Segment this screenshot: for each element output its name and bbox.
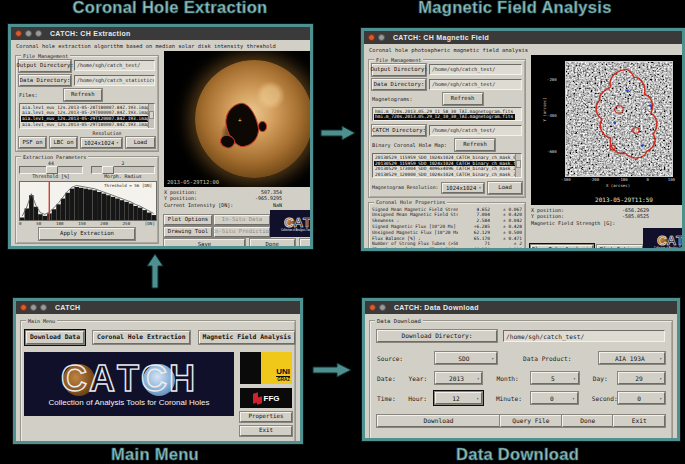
load-button[interactable]: Load bbox=[488, 182, 522, 194]
data-product-dropdown[interactable]: AIA 193A▾ bbox=[599, 352, 665, 364]
magnetic-field-analysis-button[interactable]: Magnetic Field Analysis bbox=[199, 331, 296, 344]
resolution-dropdown[interactable]: 1024x1024▾ bbox=[442, 183, 484, 193]
refresh-button[interactable]: Refresh bbox=[443, 93, 483, 105]
minimize-button-icon[interactable] bbox=[25, 30, 32, 37]
files-label: Files: bbox=[19, 92, 38, 98]
insitu-prediction-button[interactable]: In-Situ Prediction bbox=[214, 227, 270, 237]
close-button-icon[interactable] bbox=[369, 304, 376, 311]
list-item[interactable]: aia.lev1_euv_12s.2013-05-29T180007.84Z.1… bbox=[21, 122, 148, 128]
output-directory-field[interactable]: /home/sgh/catch_test/ bbox=[74, 60, 155, 71]
source-dropdown[interactable]: SDO▾ bbox=[435, 352, 497, 364]
ffg-logo-text: FFG bbox=[264, 394, 280, 403]
load-button[interactable]: Load bbox=[126, 137, 155, 149]
titlebar: CATCH: CH Extraction bbox=[11, 27, 310, 40]
psf-toggle-button[interactable]: PSF on bbox=[19, 137, 46, 149]
close-button-icon[interactable] bbox=[20, 304, 27, 311]
download-directory-button[interactable]: Download Directory: bbox=[377, 330, 497, 342]
list-item[interactable]: 20130529_115959_SDO_1024x1024_CATCH_bina… bbox=[374, 155, 515, 161]
download-directory-field[interactable]: /home/sgh/catch_test/ bbox=[503, 330, 665, 342]
minimize-button-icon[interactable] bbox=[378, 34, 385, 41]
apply-extraction-button[interactable]: Apply Extraction bbox=[39, 228, 134, 240]
catch-directory-button[interactable]: CATCH Directory: bbox=[372, 125, 426, 137]
coronal-hole-extraction-button[interactable]: Coronal Hole Extraction bbox=[93, 331, 190, 344]
logo-tagline: Collection of Analysis Tools for Coronal… bbox=[49, 398, 210, 407]
minute-dropdown[interactable]: 0▾ bbox=[531, 392, 578, 404]
output-directory-field[interactable]: /home/sgh/catch_test/ bbox=[429, 64, 522, 75]
resolution-label: Resolution bbox=[93, 131, 122, 136]
morph-slider-thumb[interactable] bbox=[102, 166, 114, 174]
frame-label: Main Menu bbox=[26, 318, 57, 324]
second-dropdown[interactable]: 0▾ bbox=[618, 392, 665, 404]
ffg-logo: FFG bbox=[240, 388, 292, 408]
download-button[interactable]: Download bbox=[377, 415, 500, 427]
morph-radius-slider[interactable] bbox=[91, 166, 155, 174]
flux-tube-analysis-button[interactable]: Flux Tube Analysis bbox=[531, 245, 593, 248]
done-button[interactable]: Done bbox=[250, 239, 295, 246]
threshold-slider[interactable] bbox=[19, 166, 83, 174]
refresh-button[interactable]: Refresh bbox=[455, 139, 495, 151]
output-directory-button[interactable]: Output Directory: bbox=[19, 60, 71, 72]
exit-button[interactable]: Exit bbox=[240, 426, 292, 436]
tick-label: 0 bbox=[646, 177, 648, 182]
close-button-icon[interactable] bbox=[15, 30, 22, 37]
close-button-icon[interactable] bbox=[368, 34, 375, 41]
scrollbar[interactable] bbox=[148, 104, 154, 128]
properties-button[interactable]: Properties bbox=[240, 412, 292, 422]
scrollbar-thumb[interactable] bbox=[149, 111, 154, 119]
catch-directory-field[interactable]: /home/sgh/catch_test/ bbox=[429, 125, 522, 136]
data-directory-field[interactable]: /home/sgh/catch_statistics/new_plot_refe… bbox=[74, 75, 155, 86]
list-item-selected[interactable]: aia.lev1_euv_12s.2013-05-29T120007.84Z.1… bbox=[21, 116, 148, 122]
titlebar: CATCH: Data Download bbox=[365, 301, 677, 314]
exit-button[interactable]: Exit bbox=[300, 239, 311, 246]
day-dropdown[interactable]: 29▾ bbox=[618, 372, 665, 384]
scrollbar-thumb[interactable] bbox=[516, 160, 521, 168]
hour-dropdown[interactable]: 12▾ bbox=[435, 392, 482, 404]
done-button[interactable]: Done bbox=[562, 415, 614, 427]
resolution-value: 1024x1024 bbox=[84, 140, 114, 146]
minute-value: 0 bbox=[534, 395, 571, 402]
insitu-data-button[interactable]: In-Situ Data bbox=[214, 215, 270, 225]
crosshair-marker-icon: + bbox=[238, 117, 242, 123]
day-value: 29 bbox=[621, 375, 658, 382]
output-directory-button[interactable]: Output Directory: bbox=[372, 64, 426, 76]
scrollbar[interactable] bbox=[515, 154, 521, 177]
magnetograms-listbox[interactable]: hmi.m_720s.2013.05.29_11_58_30_TAI.magne… bbox=[372, 107, 522, 121]
save-button[interactable]: Save bbox=[164, 239, 245, 246]
logo-letter: C bbox=[284, 216, 293, 229]
minimize-button-icon[interactable] bbox=[30, 304, 37, 311]
plot-options-button[interactable]: Plot Options bbox=[597, 245, 643, 248]
maximize-button-icon[interactable] bbox=[40, 304, 47, 311]
month-dropdown[interactable]: 5▾ bbox=[531, 372, 578, 384]
refresh-button[interactable]: Refresh bbox=[64, 89, 102, 101]
readout-label: Current Intensity [DN]: bbox=[164, 202, 236, 208]
threshold-slider-thumb[interactable] bbox=[46, 166, 58, 174]
minimize-button-icon[interactable] bbox=[379, 304, 386, 311]
query-file-button[interactable]: Query File bbox=[500, 415, 562, 427]
window-title: CATCH: Data Download bbox=[394, 304, 479, 311]
plot-options-button[interactable]: Plot Options bbox=[164, 215, 212, 225]
data-directory-field[interactable]: /home/sgh/catch_test/ bbox=[429, 79, 522, 90]
logo-letter: H bbox=[169, 361, 197, 397]
list-item[interactable]: 20130529_120000_SDO_1024x1024_CATCH_bina… bbox=[374, 172, 515, 178]
window-ch-extraction: CATCH: CH Extraction Coronal hole extrac… bbox=[8, 24, 313, 249]
lbc-toggle-button[interactable]: LBC on bbox=[50, 137, 77, 149]
drawing-tool-button[interactable]: Drawing Tool bbox=[164, 227, 212, 237]
uni-logo-text: UNI bbox=[276, 368, 290, 377]
tick-label: 100 bbox=[56, 221, 64, 226]
exit-button[interactable]: Exit bbox=[613, 415, 665, 427]
download-data-button[interactable]: Download Data bbox=[26, 331, 84, 344]
magnetogram-image bbox=[565, 61, 673, 177]
solar-euv-image: + 2013-05-29T12:00 bbox=[164, 51, 310, 187]
list-item[interactable]: 20130529_173004_SDO_4096x4096_CATCH_bina… bbox=[374, 166, 515, 172]
year-dropdown[interactable]: 2013▾ bbox=[435, 372, 482, 384]
frame-label: Coronal Hole Properties bbox=[374, 199, 447, 205]
heading-data-download: Data Download bbox=[400, 445, 635, 464]
binary-map-listbox[interactable]: 20130529_115959_SDO_1024x1024_CATCH_bina… bbox=[372, 153, 522, 178]
data-directory-button[interactable]: Data Directory: bbox=[19, 75, 71, 87]
maximize-button-icon[interactable] bbox=[35, 30, 42, 37]
files-listbox[interactable]: aia.lev1_euv_12s.2013-05-28T180007.84Z.1… bbox=[19, 103, 155, 129]
tick-label: -200 bbox=[589, 177, 599, 182]
resolution-dropdown[interactable]: 1024x1024▾ bbox=[81, 138, 122, 148]
list-item-selected[interactable]: hmi.m_720s.2013.05.29_12_10_30_TAI.magne… bbox=[374, 114, 515, 120]
data-directory-button[interactable]: Data Directory: bbox=[372, 79, 426, 91]
